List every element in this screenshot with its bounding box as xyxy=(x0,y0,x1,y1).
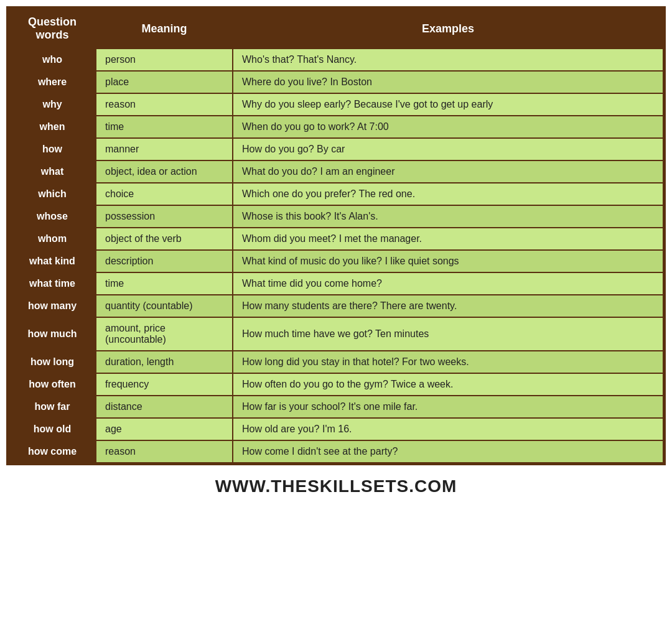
question-words-table: Question words Meaning Examples whoperso… xyxy=(8,8,664,463)
meaning-cell: description xyxy=(96,250,233,272)
example-cell: How long did you stay in that hotel? For… xyxy=(233,351,663,373)
question-word-cell: who xyxy=(9,49,96,71)
question-word-cell: how xyxy=(9,138,96,160)
question-word-cell: how long xyxy=(9,351,96,373)
footer-watermark: WWW.THESKILLSETS.COM xyxy=(215,476,457,496)
table-row: whatobject, idea or actionWhat do you do… xyxy=(9,160,663,183)
meaning-cell: object, idea or action xyxy=(96,160,233,183)
question-word-cell: how often xyxy=(9,373,96,396)
meaning-cell: reason xyxy=(96,93,233,116)
example-cell: How come I didn't see at the party? xyxy=(233,440,663,463)
question-word-cell: when xyxy=(9,116,96,138)
question-word-cell: how come xyxy=(9,440,96,463)
table-row: whereplaceWhere do you live? In Boston xyxy=(9,71,663,93)
example-cell: How do you go? By car xyxy=(233,138,663,160)
table-row: whyreasonWhy do you sleep early? Because… xyxy=(9,93,663,116)
table-row: how manyquantity (countable)How many stu… xyxy=(9,295,663,317)
table-wrapper: Question words Meaning Examples whoperso… xyxy=(6,6,666,465)
example-cell: Whom did you meet? I met the manager. xyxy=(233,228,663,250)
example-cell: How much time have we got? Ten minutes xyxy=(233,317,663,351)
col-header-question-words: Question words xyxy=(9,9,96,49)
example-cell: How often do you go to the gym? Twice a … xyxy=(233,373,663,396)
table-row: whomobject of the verbWhom did you meet?… xyxy=(9,228,663,250)
table-row: whentimeWhen do you go to work? At 7:00 xyxy=(9,116,663,138)
table-row: what kinddescriptionWhat kind of music d… xyxy=(9,250,663,272)
table-row: how fardistanceHow far is your school? I… xyxy=(9,396,663,418)
meaning-cell: duration, length xyxy=(96,351,233,373)
meaning-cell: time xyxy=(96,272,233,295)
meaning-cell: place xyxy=(96,71,233,93)
meaning-cell: possession xyxy=(96,205,233,228)
col-header-examples: Examples xyxy=(233,9,663,49)
meaning-cell: reason xyxy=(96,440,233,463)
meaning-cell: age xyxy=(96,418,233,440)
example-cell: Why do you sleep early? Because I've got… xyxy=(233,93,663,116)
table-body: whopersonWho's that? That's Nancy.wherep… xyxy=(9,49,663,463)
table-row: how oldageHow old are you? I'm 16. xyxy=(9,418,663,440)
meaning-cell: quantity (countable) xyxy=(96,295,233,317)
col-header-meaning: Meaning xyxy=(96,9,233,49)
question-word-cell: how much xyxy=(9,317,96,351)
example-cell: When do you go to work? At 7:00 xyxy=(233,116,663,138)
example-cell: What kind of music do you like? I like q… xyxy=(233,250,663,272)
table-row: how oftenfrequencyHow often do you go to… xyxy=(9,373,663,396)
example-cell: Which one do you prefer? The red one. xyxy=(233,183,663,205)
example-cell: How far is your school? It's one mile fa… xyxy=(233,396,663,418)
table-row: how comereasonHow come I didn't see at t… xyxy=(9,440,663,463)
meaning-cell: frequency xyxy=(96,373,233,396)
table-row: what timetimeWhat time did you come home… xyxy=(9,272,663,295)
table-row: whichchoiceWhich one do you prefer? The … xyxy=(9,183,663,205)
meaning-cell: person xyxy=(96,49,233,71)
table-row: whopersonWho's that? That's Nancy. xyxy=(9,49,663,71)
question-word-cell: what xyxy=(9,160,96,183)
meaning-cell: amount, price (uncountable) xyxy=(96,317,233,351)
table-header-row: Question words Meaning Examples xyxy=(9,9,663,49)
example-cell: How many students are there? There are t… xyxy=(233,295,663,317)
example-cell: Whose is this book? It's Alan's. xyxy=(233,205,663,228)
question-word-cell: how far xyxy=(9,396,96,418)
question-word-cell: whom xyxy=(9,228,96,250)
example-cell: What do you do? I am an engineer xyxy=(233,160,663,183)
example-cell: Who's that? That's Nancy. xyxy=(233,49,663,71)
question-word-cell: what kind xyxy=(9,250,96,272)
table-row: how longduration, lengthHow long did you… xyxy=(9,351,663,373)
example-cell: How old are you? I'm 16. xyxy=(233,418,663,440)
question-word-cell: how many xyxy=(9,295,96,317)
meaning-cell: choice xyxy=(96,183,233,205)
question-word-cell: how old xyxy=(9,418,96,440)
question-word-cell: why xyxy=(9,93,96,116)
table-row: how muchamount, price (uncountable)How m… xyxy=(9,317,663,351)
question-word-cell: what time xyxy=(9,272,96,295)
table-row: howmannerHow do you go? By car xyxy=(9,138,663,160)
example-cell: Where do you live? In Boston xyxy=(233,71,663,93)
question-word-cell: whose xyxy=(9,205,96,228)
meaning-cell: object of the verb xyxy=(96,228,233,250)
meaning-cell: distance xyxy=(96,396,233,418)
example-cell: What time did you come home? xyxy=(233,272,663,295)
meaning-cell: manner xyxy=(96,138,233,160)
meaning-cell: time xyxy=(96,116,233,138)
question-word-cell: where xyxy=(9,71,96,93)
question-words-table-container: Question words Meaning Examples whoperso… xyxy=(6,6,666,465)
question-word-cell: which xyxy=(9,183,96,205)
table-row: whosepossessionWhose is this book? It's … xyxy=(9,205,663,228)
